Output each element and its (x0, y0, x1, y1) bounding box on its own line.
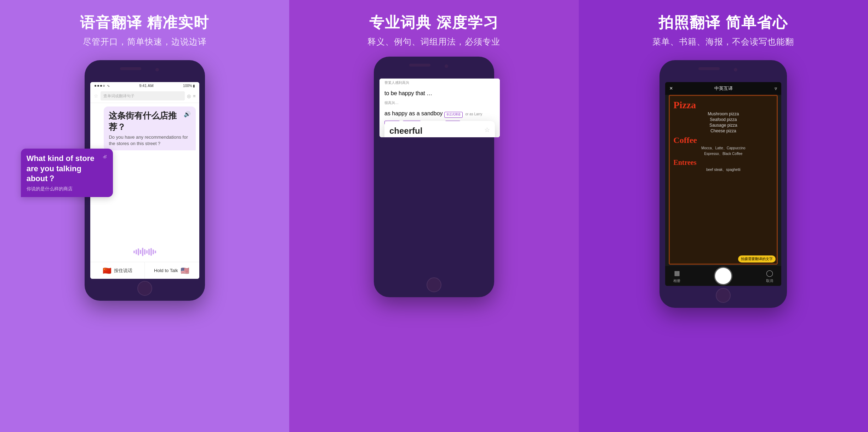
menu-seafood: Seafood pizza (673, 117, 773, 122)
voice-bottom-right[interactable]: Hold to Talk 🇺🇸 (145, 262, 199, 279)
example-cn3: 替某人感到高兴 (384, 81, 409, 85)
menu-coffee-sub: Mocca、Latte、Cappuccino (673, 146, 773, 151)
panel3-header: 拍照翻译 简单省心 菜单、书籍、海报，不会读写也能翻 (645, 0, 801, 53)
float-bubble-left: ꇡ What kind of store are you talking abo… (21, 149, 113, 197)
cancel-icon: ◯ (765, 269, 774, 278)
status-time1: 9:41 AM (139, 83, 153, 88)
example-en4: to be happy that … (384, 90, 432, 96)
menu-entrees-title: Entrees (673, 159, 773, 167)
hold-to-talk-en[interactable]: Hold to Talk (154, 268, 178, 273)
float-en-main: What kind of store are you talking about… (27, 154, 107, 184)
photo-album-btn[interactable]: ▦ 相册 (672, 269, 681, 283)
float-cn-sub: 你说的是什么样的商店 (27, 186, 107, 192)
panel2-phone-outer: ∿ 9:41 AM 100% ▮ ‹ 词典释义 生词本 🔍 查单词或翻译句子 (374, 53, 494, 297)
signal-dot4 (103, 85, 105, 87)
phone3-frame: × 中英互译 ▿ Pizza Mushroom pizza Seafood pi… (659, 60, 787, 308)
photo-panel: 拍照翻译 简单省心 菜单、书籍、海报，不会读写也能翻 × 中英互译 ▿ Pizz… (579, 0, 868, 432)
photo-cancel-btn[interactable]: ◯ 取消 (765, 269, 774, 283)
voice-panel: 语音翻译 精准实时 尽管开口，简单快速，边说边译 ∿ (0, 0, 289, 432)
wave11 (155, 250, 156, 253)
phone1-home (137, 281, 152, 296)
wave9 (150, 248, 152, 256)
menu-board: Pizza Mushroom pizza Seafood pizza Sausa… (669, 95, 778, 265)
status-left1: ∿ (95, 84, 110, 88)
photo-bottom-bar: ▦ 相册 ◯ 取消 (665, 266, 781, 286)
album-icon: ▦ (672, 269, 681, 278)
dict-popup-card: ☆ cheerful 美 [ˈtʃɪrfəl] ▶ 英 [ˈtʃɪəfəl]，[… (384, 121, 495, 137)
flag-cn: 🇨🇳 (102, 266, 112, 276)
wave8 (148, 249, 150, 255)
phone1-camera (155, 68, 159, 71)
battery-icon1: ▮ (193, 84, 195, 88)
example-cn4: 很高兴… (384, 101, 399, 105)
phone3-speaker (698, 67, 720, 70)
panel1-content: ∿ 9:41 AM 100% ▮ ☆ 查单词或翻译句子 ◎ ≡ (0, 53, 289, 432)
status-bar1: ∿ 9:41 AM 100% ▮ (90, 82, 199, 89)
chat-bubble-right: 🔊 这条街有什么店推荐？ Do you have any recommendat… (104, 106, 195, 150)
phone2-frame: ∿ 9:41 AM 100% ▮ ‹ 词典释义 生词本 🔍 查单词或翻译句子 (374, 57, 494, 297)
menu-coffee-title: Coffee (673, 136, 773, 145)
hold-to-talk-cn[interactable]: 按住说话 (114, 267, 132, 274)
flag-us: 🇺🇸 (180, 266, 190, 276)
wave2 (136, 249, 137, 254)
panel3-title: 拍照翻译 简单省心 (652, 13, 794, 33)
panel1-title: 语音翻译 精准实时 (80, 13, 210, 33)
phone2-screen: ∿ 9:41 AM 100% ▮ ‹ 词典释义 生词本 🔍 查单词或翻译句子 (379, 79, 500, 137)
wave7 (146, 250, 148, 254)
float-sound-icon: ꇡ (102, 154, 107, 159)
signal-dot2 (97, 85, 99, 87)
menu-cheese: Cheese pizza (673, 128, 773, 133)
chat-en-text: Do you have any recommendations for the … (109, 134, 190, 147)
panel3-phone-container: × 中英互译 ▿ Pizza Mushroom pizza Seafood pi… (659, 57, 787, 308)
album-label: 相册 (673, 278, 680, 283)
wifi-icon: ∿ (107, 84, 110, 88)
wave1 (133, 250, 135, 253)
phone1-speaker (120, 67, 141, 70)
star-icon1[interactable]: ☆ (94, 93, 98, 99)
voice-search-bar: ☆ 查单词或翻译句子 ◎ ≡ (90, 89, 199, 103)
popup-star-icon[interactable]: ☆ (484, 126, 490, 134)
menu-coffee-sub2: Espresso、Black Coffee (673, 151, 773, 156)
signal-dot3 (100, 85, 102, 87)
sound-icon-right[interactable]: 🔊 (184, 111, 191, 117)
waveform (96, 245, 194, 259)
voice-chat-area: 🔊 这条街有什么店推荐？ Do you have any recommendat… (90, 103, 199, 154)
phone2-speaker (409, 64, 430, 67)
wave5 (142, 248, 143, 256)
or-larry: or as Larry (465, 112, 482, 116)
status-battery1: 100% ▮ (183, 84, 195, 88)
wave10 (153, 249, 154, 254)
phone2-camera (445, 64, 448, 68)
photo-close-icon[interactable]: × (669, 85, 673, 92)
popup-word: cheerful (389, 126, 490, 136)
phone2-home (427, 277, 441, 292)
signal-dot1 (95, 85, 96, 87)
voice-bottom-left[interactable]: 🇨🇳 按住说话 (90, 262, 145, 279)
wave4 (140, 250, 141, 254)
example-line4: to be happy that … 很高兴… (384, 89, 495, 107)
photo-top-bar: × 中英互译 ▿ (665, 82, 781, 95)
panel2-title: 专业词典 深度学习 (367, 13, 500, 33)
shutter-button[interactable] (714, 267, 732, 285)
menu-sausage: Sausage pizza (673, 123, 773, 128)
photo-lang-label: 中英互译 (714, 85, 733, 92)
photo-screen: × 中英互译 ▿ Pizza Mushroom pizza Seafood pi… (665, 82, 781, 286)
menu-icon1[interactable]: ≡ (193, 93, 196, 99)
phone1-wrapper: ∿ 9:41 AM 100% ▮ ☆ 查单词或翻译句子 ◎ ≡ (85, 57, 205, 301)
phone3-camera (734, 68, 737, 71)
cancel-label: 取消 (766, 278, 773, 283)
tag-formal: 非正式用语 (444, 112, 463, 118)
example-en5: as happy as a sandboy (384, 110, 443, 116)
panel1-subtitle: 尽管开口，简单快速，边说边译 (80, 36, 210, 47)
scan-hint: 拍摄需要翻译的文字 (738, 255, 776, 263)
wave3 (138, 248, 139, 255)
chat-cn-text: 这条街有什么店推荐？ (109, 110, 190, 133)
wave6 (144, 249, 145, 255)
panel1-header: 语音翻译 精准实时 尽管开口，简单快速，边说边译 (73, 0, 217, 53)
voice-bottom-bar: 🇨🇳 按住说话 Hold to Talk 🇺🇸 (90, 262, 199, 279)
photo-filter-icon[interactable]: ▿ (775, 86, 777, 91)
dict-panel: 专业词典 深度学习 释义、例句、词组用法，必须专业 ∿ 9:41 AM (289, 0, 578, 432)
camera-icon1[interactable]: ◎ (187, 93, 191, 99)
example-line3: to be happy for sb 替某人感到高兴 (384, 79, 495, 87)
voice-search-input[interactable]: 查单词或翻译句子 (101, 91, 185, 100)
